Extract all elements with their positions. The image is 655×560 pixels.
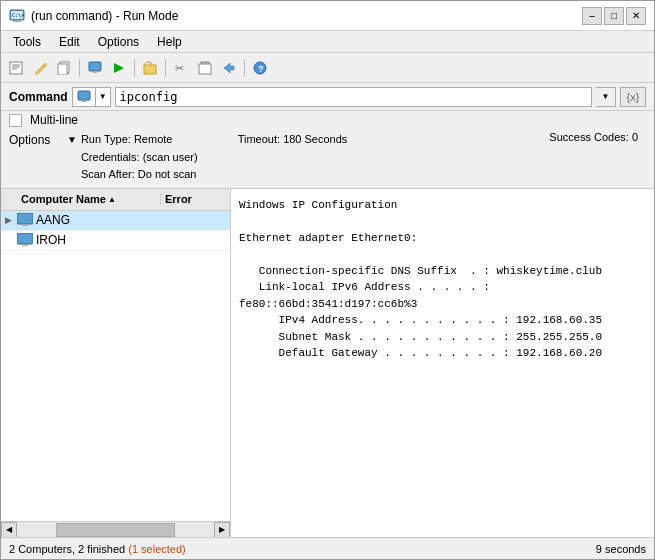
svg-rect-16 (199, 64, 211, 74)
command-label: Command (9, 90, 68, 104)
svg-rect-1 (13, 20, 21, 22)
multiline-label: Multi-line (30, 113, 78, 127)
col-header-error: Error (160, 193, 230, 205)
options-details: ▼ Run Type: Remote Credentials: (scan us… (67, 131, 646, 184)
sep2 (134, 59, 135, 77)
svg-marker-12 (114, 63, 124, 73)
computer-list-header: Computer Name ▲ Error (1, 189, 230, 211)
main-content: Computer Name ▲ Error ▶ AANG (1, 189, 654, 537)
scroll-track[interactable] (17, 522, 214, 538)
run-type-text: Run Type: Remote (81, 131, 198, 149)
computer-list: ▶ AANG (1, 211, 230, 521)
command-fx-button[interactable]: {x} (620, 87, 646, 107)
svg-rect-21 (17, 213, 33, 224)
svg-rect-11 (93, 71, 97, 73)
svg-text:✂: ✂ (175, 62, 184, 74)
open-button[interactable] (139, 57, 161, 79)
command-type-dropdown-icon: ▼ (96, 88, 110, 106)
main-window: C:\> (run command) - Run Mode – □ ✕ Tool… (0, 0, 655, 560)
sep4 (244, 59, 245, 77)
status-bar: 2 Computers, 2 finished (1 selected) 9 s… (1, 537, 654, 559)
expand-icon-aang: ▶ (1, 215, 15, 225)
svg-text:?: ? (258, 64, 264, 74)
scroll-left-button[interactable]: ◀ (1, 522, 17, 538)
command-type-button[interactable]: ▼ (72, 87, 111, 107)
svg-rect-4 (10, 62, 22, 74)
help-button[interactable]: ? (249, 57, 271, 79)
svg-rect-20 (81, 100, 87, 102)
svg-rect-9 (58, 64, 67, 75)
sep3 (165, 59, 166, 77)
multiline-row: Multi-line (1, 111, 654, 129)
menu-tools[interactable]: Tools (5, 33, 49, 51)
sort-arrow-icon: ▲ (108, 195, 116, 204)
col-computer-label: Computer Name (21, 193, 106, 205)
app-icon: C:\> (9, 8, 25, 24)
options-section: Options ▼ Run Type: Remote Credentials: … (1, 129, 654, 189)
menu-options[interactable]: Options (90, 33, 147, 51)
paste-button[interactable] (194, 57, 216, 79)
output-panel: Windows IP Configuration Ethernet adapte… (231, 189, 654, 537)
cut-button[interactable]: ✂ (170, 57, 192, 79)
edit-button[interactable] (29, 57, 51, 79)
options-left: ▼ Run Type: Remote Credentials: (scan us… (67, 131, 198, 184)
computer-row-aang[interactable]: ▶ AANG (1, 211, 230, 231)
svg-rect-22 (22, 224, 28, 226)
window-controls: – □ ✕ (582, 7, 646, 25)
credentials-text: Credentials: (scan user) (81, 149, 198, 167)
monitor-button[interactable] (84, 57, 106, 79)
svg-rect-19 (78, 91, 90, 100)
svg-rect-13 (144, 65, 156, 74)
command-row: Command ▼ ▼ {x} (1, 83, 654, 111)
title-bar: C:\> (run command) - Run Mode – □ ✕ (1, 1, 654, 31)
import-button[interactable] (218, 57, 240, 79)
status-selected-text: (1 selected) (128, 543, 185, 555)
scroll-right-button[interactable]: ▶ (214, 522, 230, 538)
options-timeout: Timeout: 180 Seconds (198, 131, 388, 147)
options-expand-icon[interactable]: ▼ (67, 131, 77, 145)
svg-rect-10 (89, 62, 101, 71)
window-title: (run command) - Run Mode (31, 9, 178, 23)
status-computers-text: 2 Computers, 2 finished (9, 543, 128, 555)
status-right: 9 seconds (596, 543, 646, 555)
options-label: Options (9, 131, 59, 147)
menu-bar: Tools Edit Options Help (1, 31, 654, 53)
options-text-block: Run Type: Remote Credentials: (scan user… (81, 131, 198, 184)
svg-rect-23 (17, 233, 33, 244)
computer-icon-iroh (17, 233, 33, 247)
computer-icon-aang (17, 213, 33, 227)
computer-name-aang: AANG (15, 213, 160, 227)
title-bar-left: C:\> (run command) - Run Mode (9, 8, 178, 24)
scan-after-text: Scan After: Do not scan (81, 166, 198, 184)
command-dropdown-arrow[interactable]: ▼ (596, 87, 616, 107)
svg-text:C:\>: C:\> (12, 12, 24, 18)
run-button[interactable] (108, 57, 130, 79)
options-success-codes: Success Codes: 0 (549, 131, 646, 143)
copy-button[interactable] (53, 57, 75, 79)
output-text: Windows IP Configuration Ethernet adapte… (239, 197, 646, 362)
col-header-computer: Computer Name ▲ (1, 193, 160, 205)
maximize-button[interactable]: □ (604, 7, 624, 25)
command-type-icon (73, 88, 96, 106)
multiline-checkbox[interactable] (9, 114, 22, 127)
svg-rect-24 (22, 244, 28, 246)
toolbar: ✂ ? (1, 53, 654, 83)
menu-help[interactable]: Help (149, 33, 190, 51)
computer-row-iroh[interactable]: IROH (1, 231, 230, 251)
status-left: 2 Computers, 2 finished (1 selected) (9, 543, 186, 555)
minimize-button[interactable]: – (582, 7, 602, 25)
left-panel: Computer Name ▲ Error ▶ AANG (1, 189, 231, 537)
command-input[interactable] (115, 87, 592, 107)
close-button[interactable]: ✕ (626, 7, 646, 25)
menu-edit[interactable]: Edit (51, 33, 88, 51)
computer-name-iroh: IROH (15, 233, 160, 247)
horizontal-scrollbar[interactable]: ◀ ▶ (1, 521, 230, 537)
sep1 (79, 59, 80, 77)
scroll-thumb[interactable] (56, 523, 174, 537)
new-button[interactable] (5, 57, 27, 79)
